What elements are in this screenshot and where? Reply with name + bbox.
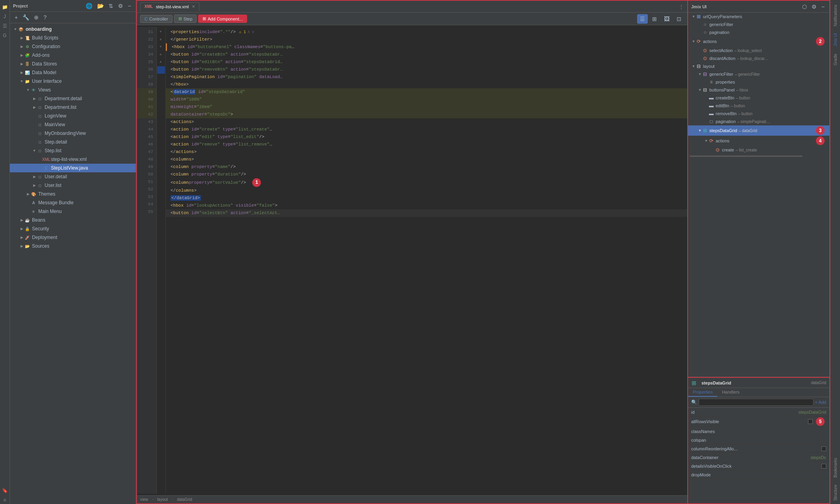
prop-checkbox-allrows[interactable]: [808, 419, 813, 424]
prop-row-allrowsvisible[interactable]: allRowsVisible 5: [688, 416, 829, 427]
list-view-btn[interactable]: ☰: [637, 14, 648, 24]
jmixui-icon[interactable]: ☰: [1, 22, 9, 30]
comp-select-action[interactable]: ⊙ selectAction – lookup_select: [688, 47, 829, 54]
tree-item-addons[interactable]: ▶ 🧩 Add-ons: [10, 51, 136, 60]
code-line-35[interactable]: <button id="editBtn" action="stepsDataGr…: [166, 58, 687, 66]
minimize-btn[interactable]: −: [126, 2, 133, 10]
jmix-icon[interactable]: J: [1, 13, 9, 21]
add-btn[interactable]: +: [13, 13, 19, 21]
props-search-input[interactable]: [699, 399, 814, 406]
code-line-50[interactable]: <column property="duration"/>: [166, 171, 687, 178]
tree-item-main-view[interactable]: □ MainView: [10, 120, 136, 129]
tree-item-message-bundle[interactable]: A Message Bundle: [10, 198, 136, 207]
dept-list-expander[interactable]: ▶: [32, 105, 37, 110]
deploy-expander[interactable]: ▶: [19, 235, 24, 240]
comp-url-query-params[interactable]: ▼ ⊞ urlQueryParameters: [688, 13, 829, 21]
project-icon[interactable]: 📁: [1, 3, 9, 11]
vert-tab-bookmarks[interactable]: Bookmarks: [832, 455, 839, 481]
security-expander[interactable]: ▶: [19, 226, 24, 231]
tab-more-btn[interactable]: ⋮: [679, 4, 684, 10]
tree-item-deployment[interactable]: ▶ 🚀 Deployment: [10, 233, 136, 242]
tree-item-user-interface[interactable]: ▼ 📁 User Interface: [10, 77, 136, 86]
tree-item-beans[interactable]: ▶ ☕ Beans: [10, 216, 136, 224]
comp-buttons-panel[interactable]: ▼ ⊟ buttonsPanel – hbox: [688, 86, 829, 94]
prop-checkbox-detailsvisible[interactable]: [821, 464, 826, 469]
comp-edit-btn[interactable]: ▬ editBtn – button: [688, 102, 829, 110]
tree-item-login-view[interactable]: □ LoginView: [10, 112, 136, 120]
tree-item-step-list-java[interactable]: C StepListView.java: [10, 164, 136, 172]
config-expander[interactable]: ▶: [19, 44, 24, 49]
tree-item-dept-detail[interactable]: ▶ □ Department.detail: [10, 94, 136, 103]
code-line-33[interactable]: <hbox id="buttonsPanel" classNames="butt…: [166, 43, 687, 51]
prop-row-colspan[interactable]: colspan: [688, 436, 829, 444]
code-line-32[interactable]: </genericFilter>: [166, 36, 687, 43]
tree-root[interactable]: ▼ 📦 onboarding: [10, 25, 136, 34]
root-expander[interactable]: ▼: [13, 27, 18, 32]
tree-item-configuration[interactable]: ▶ ⚙ Configuration: [10, 42, 136, 51]
themes-expander[interactable]: ▶: [26, 192, 30, 196]
globe-btn[interactable]: 🌐: [84, 2, 94, 10]
code-line-46[interactable]: <action id="remove" type="list_remove"…: [166, 141, 687, 148]
code-line-38[interactable]: </hbox>: [166, 81, 687, 88]
folder-btn[interactable]: 📂: [96, 2, 105, 10]
build-scripts-expander[interactable]: ▶: [19, 35, 24, 40]
comp-steps-data-grid[interactable]: ▼ ⊞ stepsDataGrid – dataGrid 3: [688, 125, 829, 136]
help-btn[interactable]: ?: [42, 13, 48, 21]
split-view-btn[interactable]: ⊞: [649, 14, 660, 24]
user-list-expander[interactable]: ▶: [32, 183, 37, 188]
code-line-53[interactable]: </dataGrid>: [166, 194, 687, 202]
wrench-btn[interactable]: 🔧: [21, 13, 31, 21]
code-line-45[interactable]: <action id="edit" type="list_edit"/>: [166, 133, 687, 141]
code-area[interactable]: 31 32 33 34 35 36 37 38 39 40 41 42 43 4…: [137, 25, 687, 495]
code-line-51[interactable]: <column property="sortValue"/> 1: [166, 178, 687, 187]
code-line-49[interactable]: <column property="name"/>: [166, 163, 687, 171]
sdg-expander[interactable]: ▼: [698, 128, 702, 133]
jmix-ui-expand-btn[interactable]: ⬡: [801, 3, 808, 11]
tree-item-user-detail[interactable]: ▶ □ User.detail: [10, 172, 136, 181]
comp-pagination-comp[interactable]: □ pagination – simplePaginati…: [688, 118, 829, 125]
step-list-expander[interactable]: ▼: [32, 148, 37, 153]
comp-layout[interactable]: ▼ ⊟ layout: [688, 62, 829, 70]
jmix-ui-minimize-btn[interactable]: −: [820, 3, 826, 11]
tree-item-user-list[interactable]: ▶ □ User.list: [10, 181, 136, 190]
props-tab-properties[interactable]: Properties: [688, 388, 717, 397]
prop-row-datacontainer[interactable]: dataContainer stepsDc: [688, 453, 829, 462]
tree-item-data-stores[interactable]: ▶ 🗄 Data Stores: [10, 60, 136, 68]
tree-item-main-menu[interactable]: ≡ Main Menu: [10, 207, 136, 216]
layout-expander[interactable]: ▼: [691, 64, 696, 69]
image-view-btn[interactable]: 🖼: [661, 14, 672, 24]
tree-item-security[interactable]: ▶ 🔒 Security: [10, 224, 136, 233]
actions-sub-expander[interactable]: ▼: [704, 138, 709, 143]
data-model-expander[interactable]: ▶: [19, 70, 24, 75]
tree-item-dept-list[interactable]: ▶ □ Department.list: [10, 103, 136, 112]
prop-row-id[interactable]: id stepsDataGrid: [688, 408, 829, 416]
prop-row-detailsvisible[interactable]: detailsVisibleOnClick: [688, 462, 829, 470]
url-expander[interactable]: ▼: [691, 14, 696, 19]
vert-tab-notifications[interactable]: Notifications: [832, 2, 839, 29]
comp-generic-filter-node[interactable]: ○ genericFilter: [688, 21, 829, 28]
tree-item-themes[interactable]: ▶ 🎨 Themes: [10, 190, 136, 198]
code-line-48[interactable]: <columns>: [166, 156, 687, 163]
xml-editor-tab[interactable]: XML step-list-view.xml ✕: [140, 2, 199, 11]
add-component-btn[interactable]: ⊞ Add Component...: [198, 15, 247, 23]
sources-expander[interactable]: ▶: [19, 244, 24, 248]
user-detail-expander[interactable]: ▶: [32, 174, 37, 179]
code-line-52[interactable]: </columns>: [166, 187, 687, 194]
tree-item-myonboarding[interactable]: □ MyOnboardingView: [10, 129, 136, 138]
code-line-55[interactable]: <button id="selectBtn" action="_selectAc…: [166, 209, 687, 217]
dept-detail-expander[interactable]: ▶: [32, 96, 37, 101]
target-btn[interactable]: ⊕: [32, 13, 40, 21]
views-expander[interactable]: ▼: [26, 88, 30, 92]
vert-tab-jmixui[interactable]: Jmix UI: [832, 30, 839, 49]
bp-expander[interactable]: ▼: [698, 88, 702, 92]
tree-item-data-model[interactable]: ▶ 📊 Data Model: [10, 68, 136, 77]
prop-row-columnreordering[interactable]: columnReorderingAllo...: [688, 444, 829, 453]
controller-btn[interactable]: C Controller: [140, 15, 172, 23]
gf-layout-expander[interactable]: ▼: [698, 72, 702, 77]
comp-generic-filter-layout[interactable]: ▼ ⊟ genericFilter – genericFilter: [688, 70, 829, 78]
prop-row-classnames[interactable]: classNames: [688, 427, 829, 436]
data-stores-expander[interactable]: ▶: [19, 62, 24, 66]
code-line-44[interactable]: <action id="create" type="list_create"…: [166, 126, 687, 133]
tree-item-step-list[interactable]: ▼ □ Step.list: [10, 146, 136, 155]
code-line-54[interactable]: <hbox id="lookupActions" visible="false"…: [166, 202, 687, 209]
